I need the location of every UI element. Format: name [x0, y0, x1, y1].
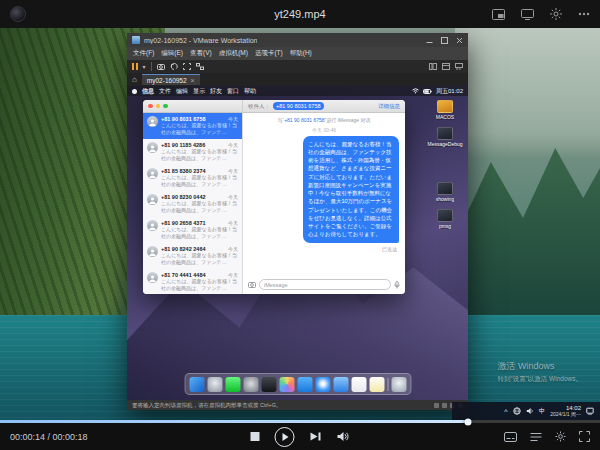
volume-button[interactable]: [337, 431, 350, 442]
activate-windows-watermark: 激活 Windows 转到“设置”以激活 Windows。: [497, 360, 582, 384]
conversation-item[interactable]: +81 90 8031 6758 今天 こんにちは、親愛なるお客様！当社の金融商…: [143, 113, 242, 139]
vmware-window: my02-160952 - VMware Workstation 文件(F)编辑…: [127, 33, 468, 410]
suspend-vm-icon[interactable]: [132, 63, 138, 70]
macos-menu-item[interactable]: 好友: [210, 87, 222, 96]
action-center-icon[interactable]: [586, 407, 594, 415]
desktop-icon[interactable]: pmsg: [437, 209, 453, 229]
messages-titlebar[interactable]: 收件人： +81 90 8031 6758 详细信息: [143, 100, 405, 113]
subtitle-icon[interactable]: [504, 432, 517, 442]
hidden-icons-chevron[interactable]: ^: [504, 408, 507, 415]
fullscreen-icon[interactable]: [579, 431, 590, 442]
vmware-menu-item[interactable]: 查看(V): [190, 49, 212, 58]
desktop-icon[interactable]: MessageDebug: [427, 127, 462, 147]
revert-snapshot-icon[interactable]: [170, 63, 178, 70]
wifi-icon[interactable]: [412, 88, 419, 94]
message-bubble[interactable]: こんにちは、親愛なるお客様！当社の金融商品は、ファンテック技術を活用し、株式・外…: [303, 136, 399, 243]
macos-menu-item[interactable]: 显示: [193, 87, 205, 96]
dock-app-icon[interactable]: [391, 377, 406, 392]
home-tab-icon[interactable]: ⌂: [132, 76, 137, 84]
contact-avatar: [147, 194, 158, 205]
ime-indicator[interactable]: 中: [539, 407, 546, 416]
console-view-icon[interactable]: [442, 63, 450, 70]
cast-icon[interactable]: [521, 9, 534, 20]
dock-app-icon[interactable]: [387, 378, 388, 391]
conversation-item[interactable]: +81 70 4441 4484 今天 こんにちは、親愛なるお客様！当社の金融商…: [143, 269, 242, 294]
macos-menu-item[interactable]: 窗口: [227, 87, 239, 96]
tab-close-icon[interactable]: ×: [191, 77, 195, 84]
camera-icon[interactable]: [248, 281, 256, 288]
conversation-item[interactable]: +81 90 8242 2464 今天 こんにちは、親愛なるお客様！当社の金融商…: [143, 243, 242, 269]
desktop-icon[interactable]: MACOS: [436, 100, 454, 120]
library-view-icon[interactable]: [429, 63, 437, 70]
fullscreen-vm-icon[interactable]: [183, 63, 191, 70]
battery-icon[interactable]: [423, 89, 432, 94]
desktop-icon[interactable]: showing: [436, 182, 454, 202]
cd-indicator-icon[interactable]: [442, 403, 447, 408]
dock-app-icon[interactable]: [207, 377, 222, 392]
vmware-titlebar[interactable]: my02-160952 - VMware Workstation: [127, 33, 468, 47]
dock-app-icon[interactable]: [351, 377, 366, 392]
dock-app-icon[interactable]: [369, 377, 384, 392]
dock-app-icon[interactable]: [333, 377, 348, 392]
vmware-menu-item[interactable]: 编辑(E): [161, 49, 183, 58]
macos-menu-item[interactable]: 帮助: [244, 87, 256, 96]
suspend-dropdown-icon[interactable]: ▾: [143, 64, 146, 70]
vmware-menu-item[interactable]: 帮助(H): [290, 49, 312, 58]
thumbnail-bar-icon[interactable]: [455, 63, 463, 70]
zoom-window-icon[interactable]: [163, 104, 168, 109]
details-button[interactable]: 详细信息: [378, 103, 400, 110]
dock-app-icon[interactable]: [189, 377, 204, 392]
conversation-item[interactable]: +81 85 8380 2374 今天 こんにちは、親愛なるお客様！当社の金融商…: [143, 165, 242, 191]
stop-button[interactable]: [251, 432, 260, 441]
conversation-item[interactable]: +81 90 1185 4286 今天 こんにちは、親愛なるお客様！当社の金融商…: [143, 139, 242, 165]
messages-body: +81 90 8031 6758 今天 こんにちは、親愛なるお客様！当社の金融商…: [143, 113, 405, 294]
desktop-icon-label: MessageDebug: [427, 141, 462, 147]
volume-tray-icon[interactable]: [526, 407, 534, 415]
dock-app-icon[interactable]: [243, 377, 258, 392]
settings-icon[interactable]: [550, 8, 562, 20]
taskbar-clock[interactable]: 14:02 2024/1/1 周一: [550, 405, 581, 418]
macos-menu-item[interactable]: 文件: [159, 87, 171, 96]
close-window-icon[interactable]: [148, 104, 153, 109]
dock-app-icon[interactable]: [315, 377, 330, 392]
unity-icon[interactable]: [196, 63, 204, 70]
playlist-icon[interactable]: [530, 432, 542, 442]
recipient-pill[interactable]: +81 90 8031 6758: [273, 102, 324, 110]
play-button[interactable]: [275, 427, 295, 447]
network-tray-icon[interactable]: [513, 407, 521, 415]
dock-app-icon[interactable]: [279, 377, 294, 392]
dock-app-icon[interactable]: [225, 377, 240, 392]
player-logo-icon[interactable]: [10, 6, 26, 22]
minimize-window-icon[interactable]: [156, 104, 161, 109]
chat-transcript[interactable]: 与“+81 90 8031 6758”进行 iMessage 对话 今天 00:…: [243, 113, 405, 277]
macos-menu-item[interactable]: 编辑: [176, 87, 188, 96]
snapshot-icon[interactable]: [157, 63, 165, 70]
settings-icon[interactable]: [555, 431, 566, 442]
to-label: 收件人：: [248, 103, 270, 110]
macos-app-menu[interactable]: 信息: [142, 87, 154, 96]
maximize-icon[interactable]: [441, 37, 448, 44]
video-canvas[interactable]: my02-160952 - VMware Workstation 文件(F)编辑…: [0, 28, 600, 420]
contact-avatar: [147, 142, 158, 153]
message-input[interactable]: [259, 279, 391, 290]
chat-date-label: 今天 00:46: [249, 127, 399, 133]
apple-icon[interactable]: [132, 89, 137, 94]
vmware-menu-item[interactable]: 虚拟机(M): [219, 49, 248, 58]
vmware-menu-item[interactable]: 选项卡(T): [255, 49, 283, 58]
next-button[interactable]: [310, 431, 322, 442]
pip-icon[interactable]: [492, 9, 505, 20]
microphone-icon[interactable]: [394, 281, 400, 289]
conversation-item[interactable]: +81 90 8230 0442 今天 こんにちは、親愛なるお客様！当社の金融商…: [143, 191, 242, 217]
more-icon[interactable]: [578, 12, 590, 16]
macos-clock[interactable]: 周五01:02: [436, 87, 463, 96]
dock-app-icon[interactable]: [297, 377, 312, 392]
dock-app-icon[interactable]: [261, 377, 276, 392]
vmware-menu-item[interactable]: 文件(F): [133, 49, 154, 58]
close-icon[interactable]: [456, 37, 463, 44]
hdd-indicator-icon[interactable]: [434, 403, 439, 408]
macos-menu-items: 文件编辑显示好友窗口帮助: [159, 87, 256, 96]
macos-desktop[interactable]: 信息 文件编辑显示好友窗口帮助 周五01:02 M: [127, 86, 468, 400]
minimize-icon[interactable]: [426, 37, 433, 44]
conversation-item[interactable]: +81 90 2658 4371 今天 こんにちは、親愛なるお客様！当社の金融商…: [143, 217, 242, 243]
vm-tab[interactable]: my02-160952 ×: [142, 74, 200, 85]
